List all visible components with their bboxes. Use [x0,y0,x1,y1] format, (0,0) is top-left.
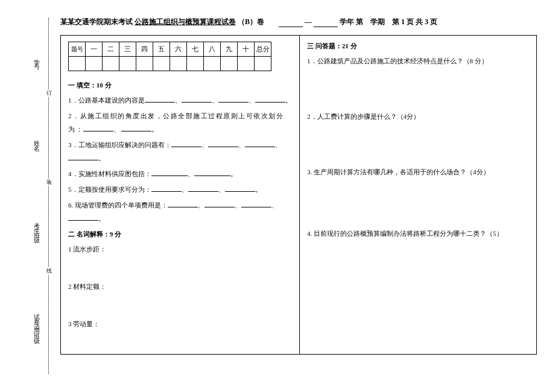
section-3-title: 三 问答题：21 分 [307,42,530,51]
score-col-5: 五 [153,42,170,57]
blank [218,96,249,103]
blank [145,96,175,103]
blank [241,201,271,207]
blank [151,169,188,176]
binding-mark-2: 装 [46,179,52,186]
score-col-9: 九 [221,42,238,57]
left-column: 题号 一 二 三 四 五 六 七 八 九 十 总分 [61,36,299,354]
section-1-title: 一 填空：10 分 [68,81,292,90]
score-col-6: 六 [170,42,187,57]
section-2-title: 二 名词解释：9 分 [68,230,292,239]
score-cell [86,57,103,71]
score-col-7: 七 [187,42,204,57]
score-cell [221,57,238,71]
term-label: 学期 [370,17,385,26]
binding-mark-3: 线 [46,267,52,275]
score-cell [238,57,255,71]
year-label: 学年 第 [340,17,363,26]
page-header: 某某交通学院期末考试 公路施工组织与概预算课程试卷 （B）卷 — 学年 第 学期… [60,17,537,27]
score-cell [119,57,136,71]
blank [194,169,230,176]
blank [245,141,275,147]
fill-q4: 4．实施性材料供应图包括：、。 [68,167,292,180]
score-col-8: 八 [204,42,221,57]
score-cell [170,57,187,71]
binding-side-labels: 学号 姓名 考生班级 试卷适用班级 [21,18,51,374]
blank [225,185,255,192]
blank [68,214,98,221]
qa-q1: 1．公路建筑产品及公路施工的技术经济特点是什么？（8 分） [307,54,530,68]
fill-q2: 2．从施工组织的角度出发，公路全部施工过程原则上可依次划分为：、。 [68,109,292,136]
term-q2: 2 材料定额： [68,280,292,293]
blank [83,125,113,131]
blank [121,125,151,131]
term-q3: 3 劳动量： [68,317,292,330]
page-prefix: 第 [392,17,399,26]
term-q1: 1 流水步距： [68,242,292,256]
blank [205,201,235,207]
score-cell [204,57,221,71]
exam-content-frame: 题号 一 二 三 四 五 六 七 八 九 十 总分 [60,35,537,355]
page-number: 1 [401,17,405,26]
school-name: 某某交通学院期末考试 [60,17,133,26]
fill-q6: 6. 现场管理费的四个单项费用是：、、、。 [68,198,292,225]
qa-q2: 2．人工费计算的步骤是什么？（4分） [307,110,530,123]
side-label-applicable-class: 试卷适用班级 [32,309,40,338]
score-table: 题号 一 二 三 四 五 六 七 八 九 十 总分 [68,42,271,71]
score-cell [255,57,271,71]
score-col-3: 三 [119,42,136,57]
side-label-student-id: 学号 [32,54,40,64]
blank [208,141,238,147]
right-column: 三 问答题：21 分 1．公路建筑产品及公路施工的技术经济特点是什么？（8 分）… [299,36,538,354]
side-label-class: 考生班级 [32,218,40,237]
qa-q4: 4. 目前现行的公路概预算编制办法将路桥工程分为哪十二类？（5） [307,227,530,240]
score-row-label: 题号 [69,42,86,57]
score-col-2: 二 [103,42,119,57]
score-cell [136,57,153,71]
score-cell [103,57,119,71]
side-label-name: 姓名 [32,136,40,145]
score-col-10: 十 [238,42,255,57]
fill-q3: 3．工地运输组织应解决的问题有：、、、。 [68,138,292,165]
blank [188,185,218,192]
blank [168,201,198,207]
blank [68,154,98,160]
blank [151,185,182,192]
binding-dotted-line: 订 装 线 [48,18,49,374]
page-total: 3 [425,17,428,26]
dash: — [305,17,312,26]
qa-q3: 3. 生产周期计算方法有哪几种，各适用于的什么场合？（4分） [307,165,530,179]
fill-q1: 1．公路基本建设的内容是、、、。 [68,93,292,107]
score-col-total: 总分 [255,42,271,57]
page-mid: 页 共 [407,17,423,26]
score-cell [69,57,86,71]
binding-mark-1: 订 [46,89,52,97]
fill-q5: 5．定额按使用要求可分为：、、。 [68,183,292,196]
year-end-blank [314,20,338,27]
page-suffix: 页 [430,17,437,26]
course-name: 公路施工组织与概预算课程试卷 [135,17,236,26]
score-cell [153,57,170,71]
year-start-blank [279,20,303,27]
blank [255,96,285,103]
score-table-value-row [69,57,271,71]
paper-variant: （B）卷 [238,17,264,26]
blank [171,141,201,147]
score-col-4: 四 [136,42,153,57]
blank [182,96,212,103]
score-col-1: 一 [86,42,103,57]
score-table-header-row: 题号 一 二 三 四 五 六 七 八 九 十 总分 [69,42,271,57]
score-cell [187,57,204,71]
